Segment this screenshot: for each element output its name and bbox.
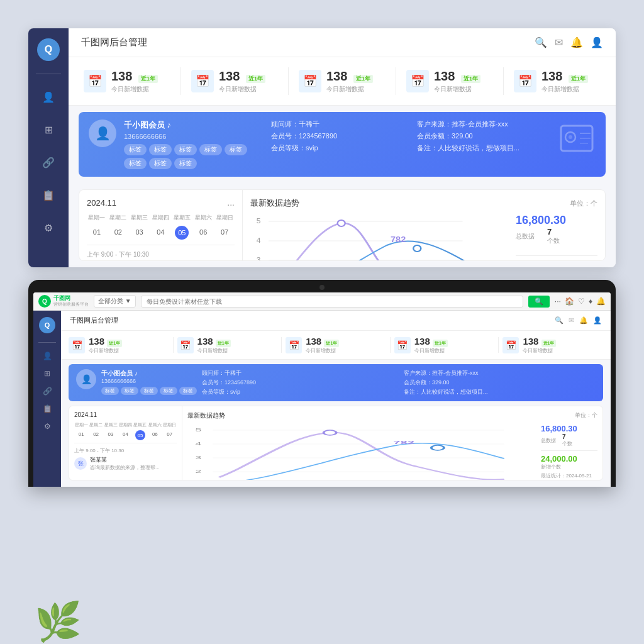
chart-unit: 单位：个 [570, 199, 597, 208]
cal-day-4[interactable]: 04 [151, 226, 171, 240]
calendar-panel: 2024.11 ... 星期一 星期二 星期三 星期四 星期五 星期六 星期日 … [79, 190, 243, 260]
l-cal-6[interactable]: 06 [148, 430, 162, 440]
cal-day-1[interactable]: 01 [87, 226, 107, 240]
svg-point-32 [324, 430, 336, 435]
sidebar-icon-grid[interactable]: ⊞ [38, 119, 58, 140]
laptop-stat-num-4: 138 近1年 [414, 336, 448, 347]
message-icon[interactable]: ✉ [555, 36, 563, 48]
laptop-stat-label-4: 今日新增数据 [414, 347, 448, 354]
laptop-sidebar-link[interactable]: 🔗 [43, 387, 52, 396]
day-label-thu: 星期四 [151, 213, 171, 223]
stat-number-5: 138 近1年 [541, 69, 601, 84]
laptop-sidebar-logo[interactable]: Q [39, 317, 55, 333]
sidebar-icon-settings[interactable]: ⚙ [38, 218, 58, 238]
browser-vip-personal[interactable]: ♡ [578, 297, 585, 306]
stat-badge-2: 近1年 [246, 75, 265, 83]
laptop-screen: Q 千图网 营销创意服务平台 全部分类 ▼ 🔍 ··· 🏠 ♡ ♦ 🔔 [33, 292, 611, 487]
chart-panel: 最新数据趋势 单位：个 5 4 3 2 1 0 [243, 190, 605, 260]
sidebar-icon-user[interactable]: 👤 [38, 87, 58, 107]
laptop-message-icon[interactable]: ✉ [569, 316, 574, 325]
laptop-user-name: 千小图会员 ♪ [101, 369, 197, 378]
stat-label-2: 今日新增数据 [219, 85, 278, 94]
cal-day-2[interactable]: 02 [108, 226, 128, 240]
svg-text:4: 4 [196, 441, 203, 447]
laptop-chart-panel: 最新数据趋势 单位：个 5 4 3 2 [182, 406, 602, 480]
user-tag[interactable]: 标签 [124, 144, 147, 155]
browser-message[interactable]: 🔔 [596, 297, 606, 306]
laptop-search-icon[interactable]: 🔍 [555, 316, 564, 325]
user-card: 👤 千小图会员 ♪ 13666666666 标签 标签 标签 标签 标签 标签 … [79, 112, 606, 177]
laptop-camera [319, 285, 325, 290]
stat-card-2: 📅 138 近1年 今日新增数据 [186, 65, 283, 97]
search-icon[interactable]: 🔍 [535, 36, 547, 48]
laptop-sidebar-calendar[interactable]: 📋 [43, 404, 52, 413]
calendar-header: 2024.11 ... [87, 197, 235, 208]
calendar-more[interactable]: ... [227, 197, 235, 208]
user-info: 千小图会员 ♪ 13666666666 标签 标签 标签 标签 标签 标签 标签… [124, 119, 264, 169]
browser-create[interactable]: 🏠 [565, 297, 574, 306]
browser-logo-circle[interactable]: Q [38, 295, 51, 308]
l-cal-4[interactable]: 04 [118, 430, 132, 440]
user-icon[interactable]: 👤 [591, 36, 603, 48]
l-cal-3[interactable]: 03 [104, 430, 118, 440]
laptop-tag[interactable]: 标签 [160, 387, 177, 395]
laptop-consultant: 顾问师：千稀千 [202, 369, 394, 377]
day-label-fri: 星期五 [172, 213, 192, 223]
l-cal-1[interactable]: 01 [74, 430, 88, 440]
laptop-sidebar-user[interactable]: 👤 [43, 352, 52, 360]
laptop-tag[interactable]: 标签 [140, 387, 158, 395]
stat-info-2: 138 近1年 今日新增数据 [219, 69, 278, 94]
l-cal-2[interactable]: 02 [89, 430, 103, 440]
laptop-tag[interactable]: 标签 [101, 387, 119, 395]
stat-info-3: 138 近1年 今日新增数据 [326, 69, 386, 94]
schedule-time-1: 上午 9:00 - 下午 10:30 [87, 250, 235, 259]
chart-svg: 5 4 3 2 1 0 [250, 214, 508, 261]
user-tag[interactable]: 标签 [124, 158, 147, 169]
laptop-tag[interactable]: 标签 [179, 387, 197, 395]
laptop-bell-icon[interactable]: 🔔 [579, 316, 588, 325]
cal-day-3[interactable]: 03 [130, 226, 150, 240]
user-tag[interactable]: 标签 [199, 144, 222, 155]
laptop-user-icon[interactable]: 👤 [593, 316, 602, 325]
stat-label-1: 今日新增数据 [111, 85, 170, 94]
laptop-stat-2: 📅 138 近1年 今日新增数据 [177, 336, 278, 354]
user-source: 客户来源：推荐-会员推荐-xxx [417, 119, 550, 129]
browser-more[interactable]: ··· [555, 297, 561, 306]
laptop-tag[interactable]: 标签 [121, 387, 138, 395]
cal-day-6[interactable]: 06 [193, 226, 213, 240]
user-tag[interactable]: 标签 [174, 158, 197, 169]
day-label-sat: 星期六 [193, 213, 213, 223]
laptop-main: 千图网后台管理 🔍 ✉ 🔔 👤 📅 138 [61, 311, 611, 487]
main-content: 千图网后台管理 🔍 ✉ 🔔 👤 📅 138 近1年 今日新增数据 [69, 28, 616, 267]
l-cal-7[interactable]: 07 [163, 430, 177, 440]
laptop-sidebar-settings[interactable]: ⚙ [44, 422, 51, 431]
cal-day-7[interactable]: 07 [214, 226, 235, 240]
cal-day-5[interactable]: 05 [175, 226, 189, 240]
l-cal-5[interactable]: 05 [135, 430, 145, 440]
sidebar-icon-link[interactable]: 🔗 [38, 152, 58, 172]
user-tag[interactable]: 标签 [225, 144, 247, 155]
sidebar-icon-calendar[interactable]: 📋 [38, 185, 58, 205]
user-tag[interactable]: 标签 [174, 144, 197, 155]
chart-header: 最新数据趋势 单位：个 [250, 197, 597, 209]
browser-search-button[interactable]: 🔍 [528, 296, 550, 308]
laptop-stat-badge-2: 近1年 [216, 340, 231, 347]
user-tag[interactable]: 标签 [149, 158, 172, 169]
laptop-level: 会员等级：svip [202, 388, 394, 396]
laptop-sidebar-grid[interactable]: ⊞ [44, 369, 50, 378]
browser-nav-category[interactable]: 全部分类 ▼ [94, 295, 136, 308]
browser-search-input[interactable] [141, 296, 523, 308]
day-label-sun: 星期日 [214, 213, 235, 223]
day-label-mon: 星期一 [87, 213, 107, 223]
count-value: 7 [547, 227, 560, 236]
laptop-stat-icon-2: 📅 [177, 337, 194, 353]
stat-icon-1: 📅 [84, 70, 106, 92]
browser-vip-enterprise[interactable]: ♦ [589, 297, 592, 306]
sidebar-logo[interactable]: Q [37, 38, 60, 61]
sidebar-divider [36, 74, 61, 74]
user-tag[interactable]: 标签 [149, 144, 172, 155]
stat-info-4: 138 近1年 今日新增数据 [434, 69, 493, 94]
stat-number-2: 138 近1年 [219, 69, 278, 84]
laptop-first-stat: 首次统计：2016-05-01 [541, 479, 597, 480]
bell-icon[interactable]: 🔔 [570, 36, 583, 48]
